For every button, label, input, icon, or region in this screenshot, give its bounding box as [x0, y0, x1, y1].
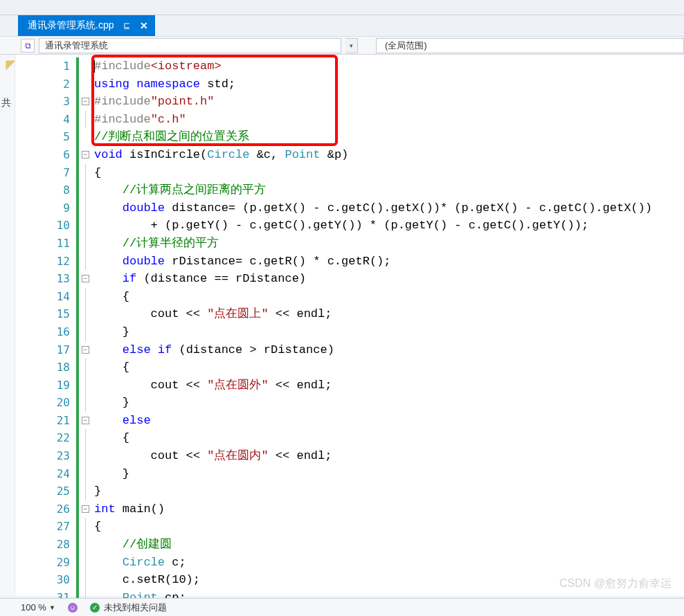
code-line[interactable]: double distance= (p.getX() - c.getC().ge…	[91, 199, 684, 217]
fold-cell	[79, 323, 91, 341]
line-number: 30	[15, 571, 78, 589]
line-number: 20	[15, 394, 78, 412]
fold-cell	[79, 305, 91, 323]
line-number: 26	[15, 500, 78, 518]
line-number: 21	[15, 412, 78, 430]
code-line[interactable]: }	[91, 323, 684, 341]
fold-cell[interactable]: −	[79, 412, 91, 430]
code-line[interactable]: {	[91, 288, 684, 306]
scope-field[interactable]: (全局范围)	[376, 38, 684, 53]
fold-cell	[79, 75, 91, 93]
code-line[interactable]: //计算两点之间距离的平方	[91, 181, 684, 199]
code-area[interactable]: #include<iostream>using namespace std;#i…	[91, 55, 684, 596]
line-number: 29	[15, 554, 78, 572]
feedback-icon[interactable]: ☺	[68, 603, 78, 613]
code-line[interactable]: #include"point.h"	[91, 93, 684, 111]
line-number: 9	[15, 199, 78, 217]
line-number: 12	[15, 253, 78, 271]
code-line[interactable]: {	[91, 518, 684, 536]
code-line[interactable]: //创建圆	[91, 536, 684, 554]
code-line[interactable]: double rDistance= c.getR() * c.getR();	[91, 253, 684, 271]
line-number: 27	[15, 518, 78, 536]
fold-cell	[79, 482, 91, 500]
code-line[interactable]: else	[91, 412, 684, 430]
line-number-gutter: 1234567891011121314151617181920212223242…	[15, 55, 79, 596]
status-message: 未找到相关问题	[104, 601, 167, 614]
line-number: 8	[15, 181, 78, 199]
status-bar: 100 % ▼ ☺ ✓ 未找到相关问题	[0, 598, 684, 616]
fold-cell[interactable]: −	[79, 146, 91, 164]
code-line[interactable]: if (distance == rDistance)	[91, 270, 684, 288]
code-line[interactable]: {	[91, 164, 684, 182]
line-number: 18	[15, 359, 78, 377]
editor-area: 1234567891011121314151617181920212223242…	[0, 55, 684, 596]
left-ruler	[0, 55, 15, 596]
fold-cell	[79, 181, 91, 199]
status-msg-group: ✓ 未找到相关问题	[90, 601, 167, 614]
tab-row: 通讯录管理系统.cpp ⊑ ✕	[0, 15, 684, 36]
zoom-value: 100 %	[21, 602, 46, 613]
code-line[interactable]: //判断点和圆之间的位置关系	[91, 128, 684, 146]
pin-icon[interactable]: ⊑	[123, 21, 130, 30]
close-icon[interactable]: ✕	[140, 20, 148, 31]
fold-column: −−−−−−	[79, 55, 91, 596]
scope-text: (全局范围)	[385, 39, 427, 52]
code-line[interactable]: }	[91, 482, 684, 500]
fold-cell	[79, 447, 91, 465]
breadcrumb-field[interactable]: 通讯录管理系统	[39, 38, 341, 53]
watermark: CSDN @愈努力俞幸运	[559, 577, 672, 591]
code-line[interactable]: void isInCircle(Circle &c, Point &p)	[91, 146, 684, 164]
fold-cell[interactable]: −	[79, 341, 91, 359]
code-line[interactable]: }	[91, 394, 684, 412]
code-line[interactable]: }	[91, 465, 684, 483]
code-line[interactable]: //计算半径的平方	[91, 235, 684, 253]
fold-cell	[79, 554, 91, 572]
fold-toggle-icon[interactable]: −	[82, 151, 89, 158]
fold-cell	[79, 217, 91, 235]
line-number: 7	[15, 164, 78, 182]
fold-toggle-icon[interactable]: −	[82, 98, 89, 105]
fold-cell	[79, 377, 91, 395]
zoom-control[interactable]: 100 % ▼	[21, 602, 55, 613]
code-line[interactable]: using namespace std;	[91, 75, 684, 93]
fold-toggle-icon[interactable]: −	[82, 275, 89, 282]
fold-cell	[79, 164, 91, 182]
check-icon: ✓	[90, 603, 100, 613]
fold-cell	[79, 518, 91, 536]
line-number: 17	[15, 341, 78, 359]
fold-cell[interactable]: −	[79, 270, 91, 288]
code-line[interactable]: {	[91, 359, 684, 377]
fold-cell[interactable]: −	[79, 500, 91, 518]
fold-cell	[79, 536, 91, 554]
line-number: 23	[15, 447, 78, 465]
line-number: 3	[15, 93, 78, 111]
fold-cell[interactable]: −	[79, 93, 91, 111]
code-line[interactable]: #include"c.h"	[91, 111, 684, 129]
fold-cell	[79, 288, 91, 306]
code-line[interactable]: cout << "点在圆上" << endl;	[91, 305, 684, 323]
scope-icon[interactable]: ⧉	[21, 39, 35, 53]
change-marker	[76, 57, 79, 607]
code-line[interactable]: cout << "点在圆外" << endl;	[91, 377, 684, 395]
line-number: 2	[15, 75, 78, 93]
code-line[interactable]: else if (distance > rDistance)	[91, 341, 684, 359]
code-line[interactable]: cout << "点在圆内" << endl;	[91, 447, 684, 465]
file-tab-active[interactable]: 通讯录管理系统.cpp ⊑ ✕	[18, 15, 155, 36]
line-number: 4	[15, 111, 78, 129]
window-topbar	[0, 0, 684, 15]
fold-cell	[79, 253, 91, 271]
fold-toggle-icon[interactable]: −	[82, 346, 89, 354]
code-line[interactable]: + (p.getY() - c.getC().getY()) * (p.getY…	[91, 217, 684, 235]
fold-toggle-icon[interactable]: −	[82, 505, 89, 513]
line-number: 6	[15, 146, 78, 164]
code-line[interactable]: int main()	[91, 500, 684, 518]
code-line[interactable]: {	[91, 429, 684, 447]
line-number: 15	[15, 305, 78, 323]
fold-toggle-icon[interactable]: −	[82, 417, 89, 424]
fold-cell	[79, 111, 91, 129]
code-line[interactable]: Circle c;	[91, 554, 684, 572]
tab-title: 通讯录管理系统.cpp	[28, 19, 114, 32]
code-line[interactable]: #include<iostream>	[91, 57, 684, 75]
line-number: 22	[15, 429, 78, 447]
breadcrumb-dropdown[interactable]: ▾	[345, 38, 358, 53]
